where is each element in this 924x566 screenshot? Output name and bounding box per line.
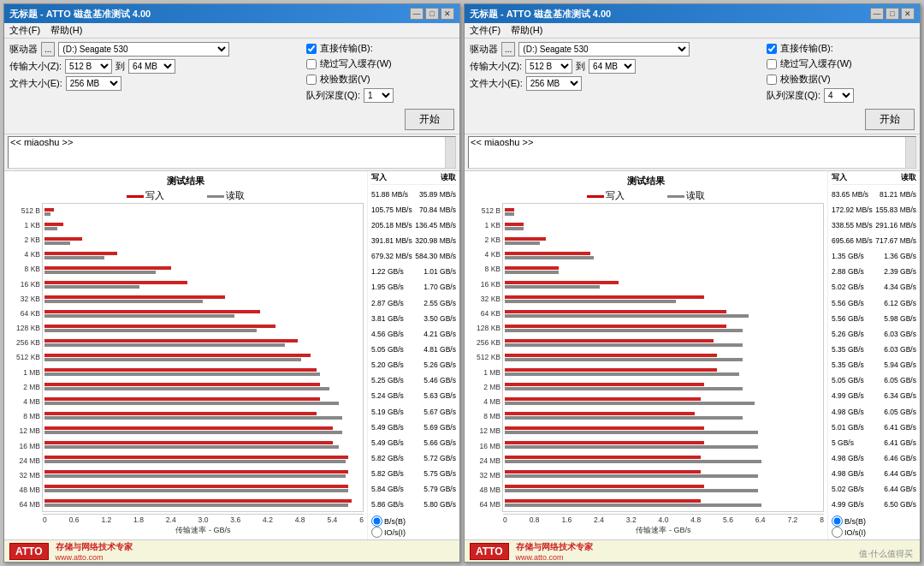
write-bar (44, 441, 333, 444)
read-bar (44, 445, 339, 449)
bar-row (43, 208, 363, 216)
data-row: 2.87 GB/s2.55 GB/s (371, 299, 456, 308)
driver-dots-btn-2[interactable]: ... (501, 42, 515, 57)
data-row: 695.66 MB/s717.67 MB/s (832, 236, 916, 246)
read-bar (44, 241, 70, 245)
driver-select-2[interactable]: (D:) Seagate 530 (518, 42, 690, 57)
write-bar (505, 470, 701, 474)
close-btn-2[interactable]: ✕ (901, 8, 915, 20)
menu-help-2[interactable]: 帮助(H) (511, 24, 542, 37)
write-bar (44, 223, 63, 226)
radio-ios-1[interactable] (371, 527, 382, 538)
start-btn-1[interactable]: 开始 (405, 109, 454, 130)
write-bar (505, 252, 590, 255)
close-btn-1[interactable]: ✕ (441, 8, 454, 20)
minimize-btn-2[interactable]: — (870, 8, 884, 20)
driver-dots-btn-1[interactable]: ... (41, 42, 55, 57)
data-row: 2.88 GB/s2.39 GB/s (832, 267, 916, 277)
bars-flex-2: 512 B 1 KB 2 KB 4 KB 8 KB 16 KB 32 KB 64… (468, 203, 824, 512)
data-row: 5.84 GB/s5.79 GB/s (371, 485, 456, 494)
bar-row (43, 485, 363, 492)
read-bar (505, 212, 514, 216)
write-bar (44, 368, 317, 372)
data-header-2: 写入 读取 (832, 173, 916, 185)
write-bar (44, 266, 171, 270)
maximize-btn-2[interactable]: □ (886, 8, 899, 20)
radio-ios-label-1[interactable]: IO/s(I) (371, 527, 456, 538)
write-bar (44, 339, 298, 343)
filesize-label-2: 文件大小(E): (470, 77, 523, 90)
radio-ios-label-2[interactable]: IO/s(I) (832, 527, 916, 538)
bar-row (503, 412, 823, 420)
bar-row (503, 223, 823, 230)
maximize-btn-1[interactable]: □ (425, 8, 439, 20)
radio-ios-2[interactable] (832, 527, 843, 538)
transfer-to-select-1[interactable]: 64 MB (128, 59, 175, 74)
bypass-checkbox-1[interactable] (306, 59, 317, 69)
direct-checkbox-1[interactable] (306, 44, 317, 54)
note-scrollbar-1[interactable] (445, 137, 455, 168)
radio-bs-1[interactable] (371, 515, 382, 527)
data-write-header-1: 写入 (371, 173, 387, 183)
note-scrollbar-2[interactable] (905, 137, 915, 168)
menu-file-1[interactable]: 文件(F) (9, 24, 40, 37)
write-bar (505, 237, 546, 241)
radio-bs-label-2[interactable]: B/s(B) (832, 515, 916, 527)
transfer-from-select-2[interactable]: 512 B (525, 59, 572, 74)
data-row: 5.20 GB/s5.26 GB/s (371, 360, 456, 370)
filesize-select-2[interactable]: 256 MB (526, 76, 582, 91)
driver-row-1: 驱动器 ... (D:) Seagate 530 (9, 42, 296, 57)
note-text-2: << miaoshu >> (469, 136, 535, 149)
x-unit-label-1: 传输速率 - GB/s (43, 525, 364, 536)
bypass-checkbox-2[interactable] (767, 59, 777, 69)
data-row: 4.99 GB/s6.50 GB/s (832, 500, 916, 509)
bar-row (43, 354, 363, 361)
radio-bs-label-1[interactable]: B/s(B) (371, 515, 456, 527)
chart-left-1: 测试结果 写入 读取 512 B 1 KB 2 KB 4 KB 8 KB (4, 171, 367, 539)
read-bar (44, 300, 203, 303)
transfer-from-select-1[interactable]: 512 B (65, 59, 112, 74)
read-bar (505, 489, 758, 492)
write-bar (505, 310, 726, 313)
verify-checkbox-2[interactable] (767, 74, 777, 85)
data-row: 5.82 GB/s5.75 GB/s (371, 469, 456, 479)
read-bar (505, 416, 743, 420)
write-bar (44, 325, 275, 328)
read-bar (505, 256, 594, 259)
read-bar (44, 489, 348, 492)
minimize-btn-1[interactable]: — (410, 8, 424, 20)
driver-select-1[interactable]: (D:) Seagate 530 (58, 42, 229, 57)
transfer-to-select-2[interactable]: 64 MB (589, 59, 636, 74)
read-bar (44, 402, 339, 405)
menu-file-2[interactable]: 文件(F) (470, 24, 500, 37)
data-row: 391.81 MB/s320.98 MB/s (371, 236, 456, 246)
bar-row (503, 499, 823, 507)
data-panel-1: 写入 读取 51.88 MB/s35.89 MB/s105.75 MB/s70.… (367, 171, 459, 539)
filesize-row-2: 文件大小(E): 256 MB (470, 76, 756, 91)
queue-select-2[interactable]: 4 (824, 88, 854, 103)
bar-row (503, 310, 823, 318)
start-btn-2[interactable]: 开始 (865, 109, 915, 130)
read-bar (44, 271, 156, 274)
menu-help-1[interactable]: 帮助(H) (50, 24, 82, 37)
transfer-row-2: 传输大小(Z): 512 B 到 64 MB (470, 59, 756, 74)
read-bar (505, 474, 758, 478)
bars-area-wrap-1: 512 B 1 KB 2 KB 4 KB 8 KB 16 KB 32 KB 64… (8, 203, 364, 536)
read-bar (505, 445, 758, 449)
radio-group-2: B/s(B) IO/s(I) (832, 515, 916, 538)
bypass-row-1: 绕过写入缓存(W) (306, 57, 454, 70)
verify-checkbox-1[interactable] (306, 74, 317, 85)
write-bar (44, 208, 54, 212)
write-bar (505, 281, 619, 284)
title-bar-2: 无标题 - ATTO 磁盘基准测试 4.00 — □ ✕ (465, 4, 920, 23)
radio-bs-2[interactable] (832, 515, 843, 527)
filesize-select-1[interactable]: 256 MB (66, 76, 121, 91)
atto-logo-1: ATTO (9, 543, 49, 560)
queue-label-2: 队列深度(Q): (767, 89, 820, 102)
data-row: 1.22 GB/s1.01 GB/s (371, 267, 456, 277)
chart-section-2: 测试结果 写入 读取 512 B 1 KB 2 KB 4 KB 8 KB 16 … (465, 170, 920, 539)
data-row: 5.24 GB/s5.63 GB/s (371, 391, 456, 401)
bar-row (503, 237, 823, 245)
direct-checkbox-2[interactable] (767, 44, 777, 54)
queue-select-1[interactable]: 1 (364, 88, 394, 103)
